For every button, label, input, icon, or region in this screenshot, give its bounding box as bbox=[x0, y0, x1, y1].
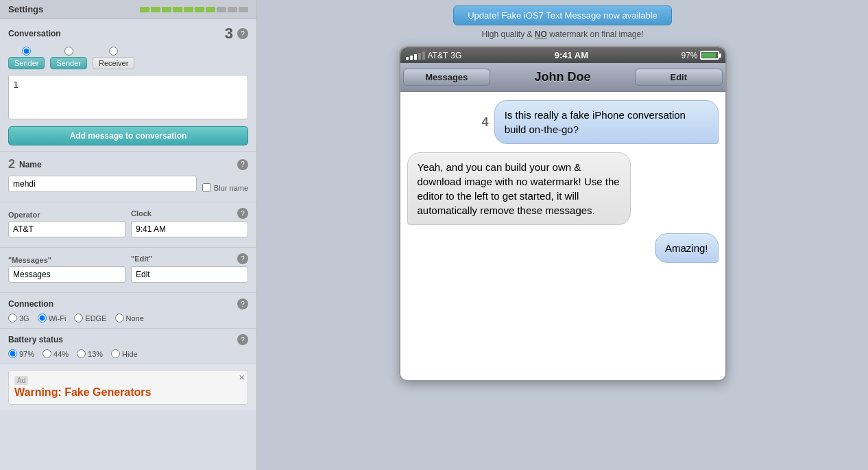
sender2-radio[interactable] bbox=[64, 47, 73, 56]
connection-3g-option[interactable]: 3G bbox=[8, 314, 29, 322]
sender1-button[interactable]: Sender bbox=[8, 57, 45, 69]
battery-13-option[interactable]: 13% bbox=[77, 349, 103, 358]
battery-section: Battery status ? 97% 44% 13% Hide bbox=[0, 329, 256, 364]
connection-none-radio[interactable] bbox=[115, 314, 124, 322]
ad-section: Ad ✕ Warning: Fake Generators bbox=[0, 364, 256, 410]
battery-help-icon[interactable]: ? bbox=[237, 334, 248, 345]
receiver-button[interactable]: Receiver bbox=[93, 57, 134, 69]
messages-header: Messages John Doe Edit bbox=[400, 63, 725, 92]
ad-header: Ad ✕ bbox=[14, 376, 242, 385]
signal-bar-5 bbox=[422, 51, 425, 60]
name-help-icon[interactable]: ? bbox=[237, 159, 248, 170]
battery-label: Battery status bbox=[8, 335, 63, 344]
progress-seg-6 bbox=[195, 7, 204, 12]
name-input[interactable] bbox=[8, 176, 197, 192]
messages-label-group: "Messages" bbox=[8, 256, 125, 283]
status-left: AT&T 3G bbox=[406, 51, 462, 60]
connection-3g-radio[interactable] bbox=[8, 314, 17, 322]
message-textarea[interactable]: 1 bbox=[8, 75, 248, 119]
battery-percent-display: 97% bbox=[681, 51, 697, 60]
signal-bar-3 bbox=[414, 54, 417, 60]
messages-back-button[interactable]: Messages bbox=[403, 69, 491, 86]
blur-name-checkbox[interactable] bbox=[202, 183, 211, 192]
battery-97-label: 97% bbox=[19, 350, 34, 358]
sender2-option[interactable]: Sender bbox=[50, 47, 86, 69]
connection-wifi-label: Wi-Fi bbox=[49, 314, 67, 322]
step4-badge: 4 bbox=[482, 115, 489, 130]
operator-clock-section: Operator Clock ? bbox=[0, 202, 256, 248]
receiver-option[interactable]: Receiver bbox=[93, 47, 134, 69]
battery-44-radio[interactable] bbox=[43, 349, 51, 358]
progress-seg-9 bbox=[228, 7, 237, 12]
no-watermark-bold: NO bbox=[535, 30, 547, 39]
messages-field-label: "Messages" bbox=[8, 256, 125, 264]
sidebar: Settings Conversation 3 ? Sender bbox=[0, 0, 257, 470]
conversation-help-icon[interactable]: ? bbox=[237, 28, 248, 39]
edit-input[interactable] bbox=[131, 266, 248, 283]
message-bubble-3: Amazing! bbox=[655, 233, 719, 263]
battery-options-row: 97% 44% 13% Hide bbox=[8, 349, 248, 358]
message-row-2: Yeah, and you can build your own & downl… bbox=[407, 152, 719, 225]
messages-input[interactable] bbox=[8, 266, 125, 283]
message-text-3: Amazing! bbox=[665, 242, 708, 254]
update-banner[interactable]: Update! Fake iOS7 Text Message now avail… bbox=[453, 5, 672, 25]
clock-input[interactable] bbox=[131, 221, 248, 237]
connection-help-icon[interactable]: ? bbox=[237, 298, 248, 309]
connection-wifi-radio[interactable] bbox=[38, 314, 47, 322]
blur-name-row: Blur name bbox=[202, 183, 248, 192]
progress-seg-2 bbox=[151, 7, 160, 12]
add-message-button[interactable]: Add message to conversation bbox=[8, 126, 248, 145]
conversation-label: Conversation bbox=[8, 29, 61, 38]
battery-13-label: 13% bbox=[88, 350, 103, 358]
name-label-row: 2 Name ? bbox=[8, 157, 248, 172]
sender1-radio[interactable] bbox=[22, 47, 31, 56]
operator-display: AT&T bbox=[428, 51, 448, 60]
battery-icon bbox=[700, 51, 719, 60]
battery-hide-label: Hide bbox=[122, 350, 138, 358]
operator-input[interactable] bbox=[8, 221, 125, 237]
progress-seg-10 bbox=[239, 7, 248, 12]
messages-edit-button[interactable]: Edit bbox=[635, 69, 723, 86]
connection-none-option[interactable]: None bbox=[115, 314, 144, 322]
battery-97-option[interactable]: 97% bbox=[8, 349, 34, 358]
battery-hide-radio[interactable] bbox=[111, 349, 120, 358]
progress-seg-1 bbox=[140, 7, 149, 12]
message-bubble-2: Yeah, and you can build your own & downl… bbox=[407, 152, 631, 225]
clock-label: Clock bbox=[131, 209, 152, 218]
progress-bar bbox=[140, 7, 248, 12]
signal-bars bbox=[406, 51, 425, 60]
connection-edge-label: EDGE bbox=[85, 314, 106, 322]
settings-title: Settings bbox=[8, 4, 43, 14]
ad-warning-title: Warning: Fake Generators bbox=[14, 386, 242, 399]
battery-97-radio[interactable] bbox=[8, 349, 17, 358]
connection-edge-option[interactable]: EDGE bbox=[74, 314, 106, 322]
receiver-radio[interactable] bbox=[109, 47, 118, 56]
name-label: Name bbox=[19, 160, 42, 169]
sender2-button[interactable]: Sender bbox=[50, 57, 86, 69]
edit-help-icon[interactable]: ? bbox=[237, 253, 248, 264]
blur-name-label: Blur name bbox=[214, 184, 248, 192]
ad-close-icon[interactable]: ✕ bbox=[239, 373, 245, 382]
connection-edge-radio[interactable] bbox=[74, 314, 83, 322]
connection-wifi-option[interactable]: Wi-Fi bbox=[38, 314, 67, 322]
connection-none-label: None bbox=[126, 314, 144, 322]
battery-hide-option[interactable]: Hide bbox=[111, 349, 138, 358]
battery-44-option[interactable]: 44% bbox=[43, 349, 69, 358]
battery-fill bbox=[702, 53, 716, 58]
signal-bar-2 bbox=[410, 56, 413, 60]
name-field-row: Blur name bbox=[8, 176, 248, 192]
clock-help-icon[interactable]: ? bbox=[237, 208, 248, 219]
ad-box: Ad ✕ Warning: Fake Generators bbox=[8, 370, 248, 405]
battery-13-radio[interactable] bbox=[77, 349, 86, 358]
name-section: 2 Name ? Blur name bbox=[0, 152, 256, 202]
main-content: Update! Fake iOS7 Text Message now avail… bbox=[257, 0, 868, 470]
status-time: 9:41 AM bbox=[555, 50, 588, 60]
signal-bar-4 bbox=[418, 53, 421, 60]
progress-seg-4 bbox=[173, 7, 182, 12]
sender1-option[interactable]: Sender bbox=[8, 47, 45, 69]
connection-options-row: 3G Wi-Fi EDGE None bbox=[8, 314, 248, 322]
connection-3g-label: 3G bbox=[19, 314, 29, 322]
progress-seg-7 bbox=[206, 7, 215, 12]
operator-group: Operator bbox=[8, 211, 125, 237]
edit-label-group: "Edit" ? bbox=[131, 253, 248, 283]
